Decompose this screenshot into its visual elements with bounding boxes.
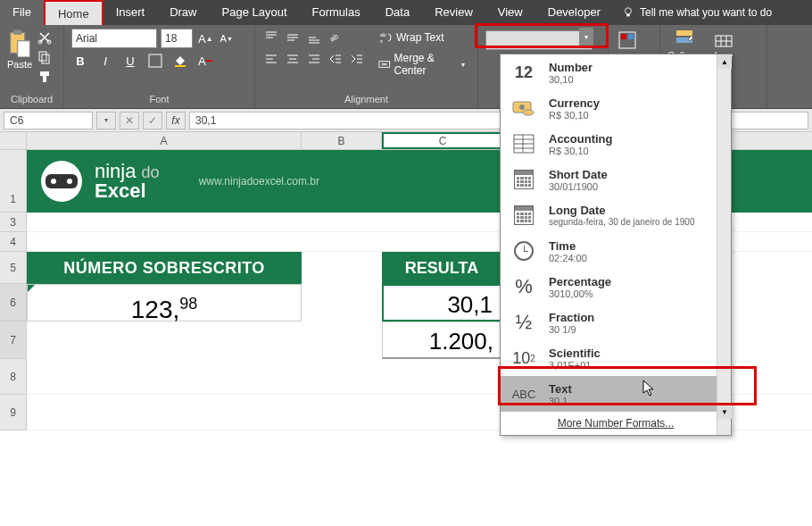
wrap-text-label: Wrap Text bbox=[396, 31, 444, 44]
cell-b5[interactable] bbox=[302, 252, 382, 284]
ninja-brand-text: ninja do Excel bbox=[95, 162, 160, 201]
cell-c6[interactable]: 30,1 bbox=[382, 284, 503, 321]
svg-rect-1 bbox=[626, 14, 630, 17]
format-text[interactable]: ABC Text30,1 bbox=[501, 376, 731, 412]
format-scientific-sample: 3,01E+01 bbox=[549, 360, 722, 371]
copy-button[interactable] bbox=[36, 48, 54, 66]
format-time[interactable]: Time02:24:00 bbox=[501, 233, 731, 269]
menu-developer[interactable]: Developer bbox=[535, 0, 613, 25]
short-date-icon bbox=[510, 167, 538, 192]
column-header-b[interactable]: B bbox=[302, 132, 382, 149]
menu-data[interactable]: Data bbox=[373, 0, 422, 25]
name-box[interactable] bbox=[4, 112, 93, 129]
decrease-font-button[interactable]: A▼ bbox=[219, 31, 235, 46]
format-text-label: Text bbox=[549, 382, 722, 396]
format-percentage[interactable]: % Percentage3010,00% bbox=[501, 269, 731, 305]
insert-function-button[interactable]: fx bbox=[166, 112, 186, 129]
row-header-7[interactable]: 7 bbox=[0, 321, 26, 359]
format-painter-button[interactable] bbox=[36, 68, 54, 86]
format-long-date-label: Long Date bbox=[549, 204, 722, 217]
align-center-button[interactable] bbox=[284, 50, 302, 68]
cell-styles-icon bbox=[675, 29, 694, 48]
align-middle-button[interactable] bbox=[284, 29, 302, 46]
format-currency-sample: R$ 30,10 bbox=[549, 110, 722, 121]
format-fraction-label: Fraction bbox=[549, 311, 722, 324]
wrap-text-button[interactable]: abc Wrap Text bbox=[373, 29, 470, 46]
row-header-4[interactable]: 4 bbox=[0, 232, 26, 252]
border-button[interactable] bbox=[146, 52, 164, 70]
format-number[interactable]: 12 Number30,10 bbox=[501, 54, 731, 90]
svg-rect-43 bbox=[628, 34, 634, 39]
menu-formulas[interactable]: Formulas bbox=[300, 0, 373, 25]
header-numero-sobrescrito[interactable]: NÚMERO SOBRESCRITO bbox=[27, 252, 302, 284]
row-header-1[interactable]: 1 bbox=[0, 150, 26, 213]
cell-b7[interactable] bbox=[302, 321, 382, 359]
bold-button[interactable]: B bbox=[71, 52, 89, 70]
menu-view[interactable]: View bbox=[485, 0, 535, 25]
format-scientific[interactable]: 102 Scientific3,01E+01 bbox=[501, 340, 731, 376]
cancel-formula-button[interactable]: ✕ bbox=[120, 112, 139, 129]
menu-review[interactable]: Review bbox=[422, 0, 485, 25]
currency-icon bbox=[510, 96, 538, 121]
cut-button[interactable] bbox=[36, 29, 54, 46]
column-header-c[interactable]: C bbox=[382, 132, 503, 149]
align-left-button[interactable] bbox=[262, 50, 280, 68]
bucket-icon bbox=[173, 54, 187, 68]
row-header-5[interactable]: 5 bbox=[0, 252, 26, 284]
format-accounting[interactable]: AccountingR$ 30,10 bbox=[501, 126, 731, 162]
select-all-corner[interactable] bbox=[0, 132, 27, 149]
row-header-8[interactable]: 8 bbox=[0, 359, 26, 395]
name-box-dropdown[interactable]: ▾ bbox=[96, 112, 116, 129]
dropdown-scrollbar[interactable]: ▲ ▼ bbox=[717, 54, 731, 435]
align-top-button[interactable] bbox=[262, 29, 280, 46]
format-long-date[interactable]: Long Datesegunda-feira, 30 de janeiro de… bbox=[501, 197, 731, 233]
row-header-6[interactable]: 6 bbox=[0, 284, 26, 321]
row-header-9[interactable]: 9 bbox=[0, 395, 26, 430]
underline-button[interactable]: U bbox=[121, 52, 139, 70]
format-short-date[interactable]: Short Date30/01/1900 bbox=[501, 162, 731, 197]
conditional-formatting-button[interactable] bbox=[616, 29, 639, 52]
row-header-3[interactable]: 3 bbox=[0, 213, 26, 232]
fill-color-button[interactable] bbox=[171, 52, 189, 70]
confirm-formula-button[interactable]: ✓ bbox=[143, 112, 162, 129]
format-fraction[interactable]: ½ Fraction30 1/9 bbox=[501, 305, 731, 340]
menu-page-layout[interactable]: Page Layout bbox=[210, 0, 300, 25]
menu-insert[interactable]: Insert bbox=[104, 0, 158, 25]
paste-button[interactable]: Paste bbox=[7, 29, 32, 86]
menu-file[interactable]: File bbox=[0, 0, 44, 25]
tell-me-search[interactable]: Tell me what you want to do bbox=[613, 6, 781, 19]
italic-button[interactable]: I bbox=[96, 52, 114, 70]
text-icon: ABC bbox=[510, 381, 538, 406]
increase-font-button[interactable]: A▲ bbox=[196, 30, 215, 47]
increase-indent-button[interactable] bbox=[348, 50, 366, 68]
font-color-button[interactable]: A bbox=[196, 52, 214, 70]
font-family-combo[interactable] bbox=[71, 29, 157, 48]
font-size-combo[interactable] bbox=[161, 29, 193, 48]
scroll-up-button[interactable]: ▲ bbox=[717, 54, 732, 69]
format-currency[interactable]: CurrencyR$ 30,10 bbox=[501, 90, 731, 126]
number-format-dropdown: 12 Number30,10 CurrencyR$ 30,10 Accounti… bbox=[500, 54, 732, 436]
number-format-dropdown-button[interactable]: ▾ bbox=[579, 28, 593, 46]
align-bottom-button[interactable] bbox=[305, 29, 323, 46]
merge-icon bbox=[378, 57, 391, 71]
orientation-button[interactable]: ab bbox=[327, 29, 344, 46]
align-bottom-icon bbox=[307, 30, 321, 45]
cell-c7[interactable]: 1.200, bbox=[382, 321, 503, 359]
merge-center-button[interactable]: Merge & Center ▾ bbox=[373, 50, 470, 79]
header-resultado[interactable]: RESULTA bbox=[382, 252, 503, 284]
cell-a6[interactable]: 123,98 bbox=[27, 284, 302, 321]
row-headers: 1 3 4 5 6 7 8 9 bbox=[0, 150, 27, 430]
column-header-a[interactable]: A bbox=[27, 132, 302, 149]
format-long-date-sample: segunda-feira, 30 de janeiro de 1900 bbox=[549, 217, 722, 227]
format-number-label: Number bbox=[549, 61, 722, 74]
align-right-button[interactable] bbox=[305, 50, 323, 68]
decrease-indent-button[interactable] bbox=[327, 50, 344, 68]
number-icon: 12 bbox=[510, 60, 538, 85]
menu-draw[interactable]: Draw bbox=[157, 0, 209, 25]
indent-left-icon bbox=[328, 52, 343, 66]
more-number-formats[interactable]: More Number Formats... bbox=[501, 412, 731, 435]
cell-a7[interactable] bbox=[27, 321, 302, 359]
cell-b6[interactable] bbox=[302, 284, 382, 321]
menu-home[interactable]: Home bbox=[44, 0, 104, 25]
scroll-down-button[interactable]: ▼ bbox=[717, 405, 732, 419]
